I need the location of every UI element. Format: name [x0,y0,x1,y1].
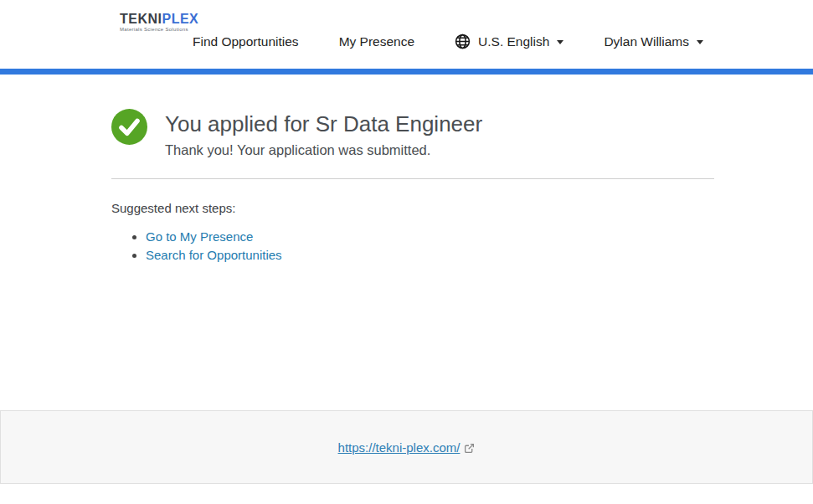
chevron-down-icon [557,40,563,44]
company-website-link[interactable]: https://tekni-plex.com/ [338,440,461,455]
logo-part-plex: PLEX [162,12,199,26]
section-divider [111,178,714,179]
logo-wordmark: TEKNIPLEX [120,13,198,26]
page-title: You applied for Sr Data Engineer [165,111,482,136]
check-circle-icon [111,109,147,158]
next-steps-heading: Suggested next steps: [111,201,714,215]
chevron-down-icon [697,40,703,44]
nav-find-opportunities-label: Find Opportunities [193,34,299,49]
logo-part-tekni: TEKNI [120,12,162,26]
globe-icon [455,33,471,49]
external-link-icon [464,443,475,454]
nav-language-dropdown[interactable]: U.S. English [455,33,563,49]
confirmation-banner: You applied for Sr Data Engineer Thank y… [111,75,714,158]
logo-tagline: Materials Science Solutions [120,27,198,32]
header-accent-bar [0,69,813,75]
nav-my-presence-label: My Presence [339,34,414,49]
footer-link-row: https://tekni-plex.com/ [338,440,476,455]
header: TEKNIPLEX Materials Science Solutions Fi… [0,0,813,69]
next-steps-list: Go to My Presence Search for Opportuniti… [111,228,714,265]
confirmation-text: You applied for Sr Data Engineer Thank y… [165,109,482,158]
nav-user-dropdown[interactable]: Dylan Williams [604,34,703,49]
confirmation-subtitle: Thank you! Your application was submitte… [165,142,482,158]
main-content: You applied for Sr Data Engineer Thank y… [0,75,813,410]
list-item: Search for Opportunities [146,246,714,265]
tekniplex-logo[interactable]: TEKNIPLEX Materials Science Solutions [120,13,198,32]
footer: https://tekni-plex.com/ [0,410,813,484]
nav-find-opportunities[interactable]: Find Opportunities [193,34,299,49]
list-item: Go to My Presence [146,228,714,246]
search-for-opportunities-link[interactable]: Search for Opportunities [146,248,282,262]
go-to-my-presence-link[interactable]: Go to My Presence [146,229,253,244]
nav-my-presence[interactable]: My Presence [339,34,414,49]
nav-user-label: Dylan Williams [604,34,689,49]
main-nav: Find Opportunities My Presence U.S. Engl… [193,33,703,49]
nav-language-label: U.S. English [478,34,549,49]
